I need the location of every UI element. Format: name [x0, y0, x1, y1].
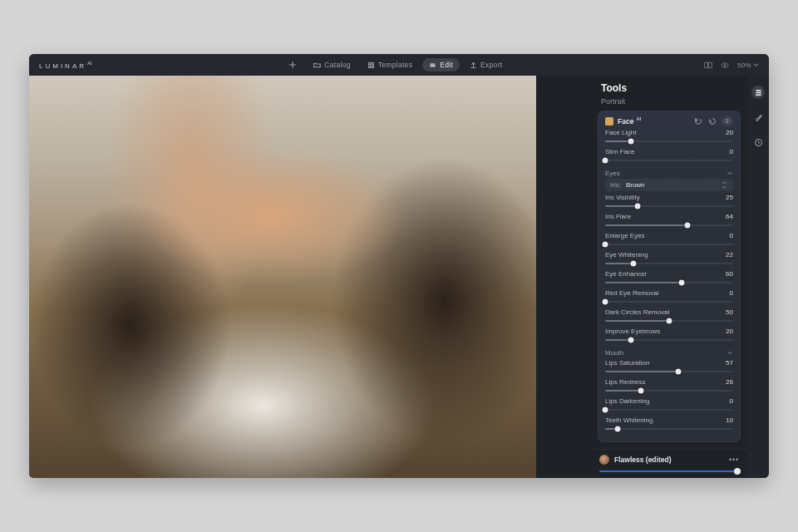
teeth-whitening-label: Teeth Whitening [605, 416, 653, 424]
brand-suffix: AI [87, 61, 92, 66]
add-button[interactable] [287, 59, 298, 71]
brand-logo: LUMINARAI [39, 61, 92, 70]
undo-icon[interactable] [693, 116, 702, 126]
face-tool-group: Face AI Face Light20Slim Face0 Eye [598, 111, 741, 442]
top-bar: LUMINARAI Catalog Templates Edit Export [29, 54, 769, 76]
red-eye-removal-label: Red Eye Removal [605, 289, 658, 297]
chevron-up-icon [727, 170, 733, 177]
improve-eyebrows-value: 20 [726, 328, 733, 335]
tools-category: Portrait [601, 97, 737, 106]
face-light-slider[interactable]: Face Light20 [605, 129, 733, 145]
lips-darkening-value: 0 [730, 397, 733, 405]
face-icon [605, 117, 613, 126]
lips-saturation-slider[interactable]: Lips Saturation57 [605, 359, 733, 376]
compare-icon[interactable] [704, 61, 712, 69]
preset-name: Flawless (edited) [614, 456, 724, 464]
iris-value: Brown [626, 181, 716, 189]
nav-templates-label: Templates [378, 61, 412, 69]
preset-amount-slider[interactable] [599, 468, 739, 475]
zoom-value: 50% [737, 62, 751, 69]
iris-visibility-slider[interactable]: Iris Visibility25 [605, 194, 733, 210]
chevron-up-icon [727, 350, 733, 357]
eye-enhancer-slider[interactable]: Eye Enhancer60 [605, 270, 733, 287]
toggle-visibility-icon[interactable] [722, 116, 733, 126]
rail-history-icon[interactable] [751, 135, 765, 149]
nav-edit[interactable]: Edit [422, 58, 460, 71]
nav-templates[interactable]: Templates [361, 58, 419, 71]
eye-enhancer-value: 60 [726, 270, 733, 278]
right-column: Tools Portrait Face AI [591, 76, 769, 478]
iris-flare-value: 64 [726, 213, 733, 220]
ai-badge: AI [636, 116, 641, 121]
preset-thumbnail [599, 455, 609, 465]
preset-menu-icon[interactable]: ••• [729, 456, 739, 464]
iris-flare-slider[interactable]: Iris Flare64 [605, 213, 733, 229]
svg-point-6 [756, 94, 757, 96]
tools-panel: Tools Portrait Face AI [591, 76, 747, 478]
face-light-label: Face Light [605, 129, 636, 136]
tools-title: Tools [601, 82, 737, 94]
slim-face-slider[interactable]: Slim Face0 [605, 148, 733, 165]
app-window: LUMINARAI Catalog Templates Edit Export [29, 54, 769, 478]
tools-header: Tools Portrait [591, 76, 747, 107]
preset-bar: Flawless (edited) ••• [591, 449, 747, 478]
lips-saturation-label: Lips Saturation [605, 359, 649, 367]
lips-darkening-label: Lips Darkening [605, 397, 649, 405]
preview-eye-icon[interactable] [721, 61, 729, 69]
iris-select[interactable]: Iris: Brown [605, 179, 733, 191]
enlarge-eyes-label: Enlarge Eyes [605, 232, 645, 239]
canvas-area [29, 76, 591, 478]
app-body: Tools Portrait Face AI [29, 76, 769, 478]
iris-flare-label: Iris Flare [605, 213, 631, 220]
enlarge-eyes-slider[interactable]: Enlarge Eyes0 [605, 232, 733, 249]
select-stepper-icon [721, 181, 728, 189]
eye-whitening-value: 22 [726, 251, 733, 259]
slim-face-value: 0 [730, 148, 733, 155]
svg-point-4 [756, 89, 758, 91]
face-light-value: 20 [726, 129, 733, 136]
enlarge-eyes-value: 0 [730, 232, 733, 239]
svg-point-2 [724, 64, 726, 66]
svg-rect-1 [708, 62, 712, 67]
teeth-whitening-slider[interactable]: Teeth Whitening10 [605, 416, 733, 433]
templates-icon [367, 62, 375, 69]
eye-whitening-slider[interactable]: Eye Whitening22 [605, 251, 733, 268]
rail-brush-icon[interactable] [751, 111, 765, 124]
iris-visibility-label: Iris Visibility [605, 194, 640, 201]
improve-eyebrows-label: Improve Eyebrows [605, 328, 660, 335]
svg-rect-0 [704, 62, 707, 67]
face-group-title[interactable]: Face AI [605, 117, 641, 126]
nav-catalog-label: Catalog [324, 61, 350, 69]
iris-label: Iris: [610, 181, 621, 189]
eyes-subsection-header[interactable]: Eyes [605, 170, 733, 177]
nav-export[interactable]: Export [463, 58, 509, 71]
mouth-subsection-header[interactable]: Mouth [605, 349, 733, 357]
edit-icon [429, 62, 436, 69]
nav-edit-label: Edit [440, 61, 453, 69]
teeth-whitening-value: 10 [726, 416, 733, 424]
improve-eyebrows-slider[interactable]: Improve Eyebrows20 [605, 328, 733, 344]
red-eye-removal-slider[interactable]: Red Eye Removal0 [605, 289, 733, 306]
red-eye-removal-value: 0 [730, 289, 733, 297]
lips-redness-slider[interactable]: Lips Redness28 [605, 378, 733, 395]
photo-canvas[interactable] [29, 76, 536, 478]
dark-circles-removal-label: Dark Circles Removal [605, 308, 669, 316]
rail-adjust-icon[interactable] [751, 86, 765, 99]
iris-visibility-value: 25 [726, 194, 733, 201]
folder-icon [313, 62, 321, 69]
dark-circles-removal-slider[interactable]: Dark Circles Removal50 [605, 308, 733, 325]
side-rail [747, 76, 769, 478]
nav-catalog[interactable]: Catalog [307, 58, 357, 71]
lips-redness-label: Lips Redness [605, 378, 645, 386]
reset-icon[interactable] [707, 116, 717, 126]
lips-darkening-slider[interactable]: Lips Darkening0 [605, 397, 733, 414]
face-group-label: Face [618, 117, 633, 126]
tools-scroll[interactable]: Face AI Face Light20Slim Face0 Eye [591, 107, 747, 449]
slim-face-label: Slim Face [605, 148, 635, 155]
eye-enhancer-label: Eye Enhancer [605, 270, 647, 278]
zoom-control[interactable]: 50% [737, 62, 759, 69]
lips-saturation-value: 57 [726, 359, 733, 367]
dark-circles-removal-value: 50 [726, 308, 733, 316]
main-nav: Catalog Templates Edit Export [287, 58, 509, 71]
eye-whitening-label: Eye Whitening [605, 251, 648, 259]
